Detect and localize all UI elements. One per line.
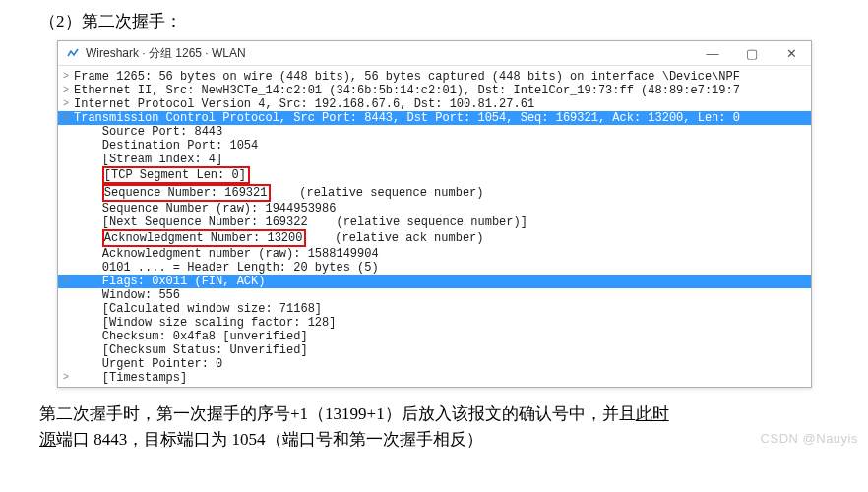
field-text: Transmission Control Protocol, Src Port:… (74, 111, 740, 125)
field-text: [TCP Segment Len: 0] (104, 168, 246, 182)
tree-row[interactable]: Acknowledgment Number: 13200 (relative a… (58, 229, 811, 247)
field-text: Sequence Number (raw): 1944953986 (102, 202, 337, 215)
highlight-box: Sequence Number: 169321 (102, 184, 272, 202)
indent-spacer (74, 231, 102, 245)
field-text: Checksum: 0x4fa8 [unverified] (102, 330, 308, 343)
indent-spacer (74, 288, 102, 302)
tree-row[interactable]: [Checksum Status: Unverified] (58, 343, 811, 357)
footer-line1a: 第二次握手时，第一次握手的序号+1（13199+1）后放入该报文的确认号中，并且 (39, 404, 636, 423)
tree-row[interactable]: [Stream index: 4] (58, 153, 811, 166)
field-text: Acknowledgment number (raw): 1588149904 (102, 247, 379, 261)
tree-row[interactable]: Window: 556 (58, 288, 811, 302)
doc-section-heading: （2）第二次握手： (0, 0, 868, 40)
tree-row[interactable]: [TCP Segment Len: 0] (58, 166, 811, 184)
tree-row[interactable]: Source Port: 8443 (58, 125, 811, 139)
indent-spacer (74, 316, 102, 330)
titlebar[interactable]: Wireshark · 分组 1265 · WLAN — ▢ ✕ (58, 41, 811, 66)
field-text: [Calculated window size: 71168] (102, 302, 322, 316)
expand-icon[interactable]: > (58, 371, 74, 385)
footer-line1b-underlined: 此时 (636, 404, 669, 423)
field-text: Flags: 0x011 (FIN, ACK) (102, 275, 266, 288)
field-text: Ethernet II, Src: NewH3CTe_14:c2:01 (34:… (74, 84, 740, 97)
tree-row[interactable]: > Flags: 0x011 (FIN, ACK) (58, 275, 811, 288)
indent-spacer (74, 153, 102, 166)
tree-row[interactable]: Acknowledgment number (raw): 1588149904 (58, 247, 811, 261)
tree-row[interactable]: >Internet Protocol Version 4, Src: 192.1… (58, 97, 811, 111)
indent-spacer (74, 139, 102, 153)
highlight-box: Acknowledgment Number: 13200 (102, 229, 307, 247)
window-title: Wireshark · 分组 1265 · WLAN (86, 45, 693, 62)
indent-spacer (74, 275, 102, 288)
field-suffix: (relative ack number) (306, 231, 483, 245)
footer-line2b: 端口 8443，目标端口为 1054（端口号和第一次握手相反） (56, 430, 483, 449)
doc-explanation: 第二次握手时，第一次握手的序号+1（13199+1）后放入该报文的确认号中，并且… (0, 388, 868, 452)
close-button[interactable]: ✕ (772, 41, 811, 65)
field-text: Source Port: 8443 (102, 125, 222, 139)
tree-row[interactable]: 0101 .... = Header Length: 20 bytes (5) (58, 261, 811, 275)
indent-spacer (74, 215, 102, 229)
tree-row[interactable]: Checksum: 0x4fa8 [unverified] (58, 330, 811, 343)
expand-icon[interactable]: > (58, 275, 74, 288)
indent-spacer (74, 302, 102, 316)
indent-spacer (74, 125, 102, 139)
field-text: Acknowledgment Number: 13200 (104, 231, 303, 245)
indent-spacer (74, 186, 102, 200)
field-text: [Window size scaling factor: 128] (102, 316, 337, 330)
expand-icon[interactable]: > (58, 97, 74, 111)
footer-line2a-underlined: 源 (39, 430, 56, 449)
indent-spacer (74, 357, 102, 371)
tree-row[interactable]: >Ethernet II, Src: NewH3CTe_14:c2:01 (34… (58, 84, 811, 97)
tree-row[interactable]: [Next Sequence Number: 169322 (relative … (58, 215, 811, 229)
field-text: [Next Sequence Number: 169322 (relative … (102, 215, 527, 229)
indent-spacer (74, 261, 102, 275)
wireshark-icon (66, 46, 80, 60)
expand-icon[interactable]: > (58, 70, 74, 84)
field-text: Window: 556 (102, 288, 180, 302)
indent-spacer (74, 330, 102, 343)
indent-spacer (74, 343, 102, 357)
minimize-button[interactable]: — (693, 41, 732, 65)
indent-spacer (74, 202, 102, 215)
indent-spacer (74, 247, 102, 261)
field-text: [Checksum Status: Unverified] (102, 343, 308, 357)
field-text: Sequence Number: 169321 (104, 186, 268, 200)
tree-row[interactable]: [Calculated window size: 71168] (58, 302, 811, 316)
tree-row[interactable]: [Window size scaling factor: 128] (58, 316, 811, 330)
field-text: Frame 1265: 56 bytes on wire (448 bits),… (74, 70, 740, 84)
wireshark-window: Wireshark · 分组 1265 · WLAN — ▢ ✕ >Frame … (57, 40, 812, 388)
field-text: [Stream index: 4] (102, 153, 222, 166)
expand-icon[interactable]: > (58, 84, 74, 97)
tree-row[interactable]: Destination Port: 1054 (58, 139, 811, 153)
field-text: Internet Protocol Version 4, Src: 192.16… (74, 97, 534, 111)
field-text: [Timestamps] (102, 371, 187, 385)
tree-row[interactable]: Sequence Number (raw): 1944953986 (58, 202, 811, 215)
field-text: Destination Port: 1054 (102, 139, 258, 153)
field-suffix: (relative sequence number) (271, 186, 483, 200)
tree-row[interactable]: Urgent Pointer: 0 (58, 357, 811, 371)
tree-row[interactable]: > [Timestamps] (58, 371, 811, 385)
packet-details-pane[interactable]: >Frame 1265: 56 bytes on wire (448 bits)… (58, 66, 811, 387)
indent-spacer (74, 371, 102, 385)
maximize-button[interactable]: ▢ (732, 41, 772, 65)
field-text: 0101 .... = Header Length: 20 bytes (5) (102, 261, 379, 275)
collapse-icon[interactable]: v (58, 111, 74, 125)
watermark: CSDN @Nauyis (761, 431, 858, 446)
highlight-box: [TCP Segment Len: 0] (102, 166, 250, 184)
tree-row[interactable]: >Frame 1265: 56 bytes on wire (448 bits)… (58, 70, 811, 84)
tree-row[interactable]: vTransmission Control Protocol, Src Port… (58, 111, 811, 125)
tree-row[interactable]: Sequence Number: 169321 (relative sequen… (58, 184, 811, 202)
indent-spacer (74, 168, 102, 182)
field-text: Urgent Pointer: 0 (102, 357, 222, 371)
